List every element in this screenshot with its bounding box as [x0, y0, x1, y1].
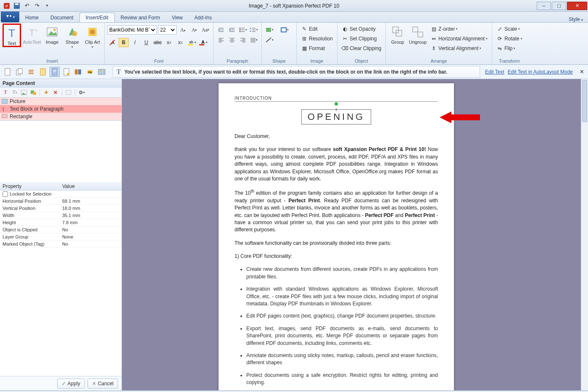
ptb-image-icon[interactable] — [20, 89, 28, 96]
clear-clipping-button[interactable]: ⌫Clear Clipping — [340, 44, 383, 53]
ptb-select-icon[interactable] — [65, 89, 72, 96]
tb2-layout-icon[interactable] — [50, 67, 60, 77]
underline-button[interactable]: U — [141, 38, 151, 47]
superscript-button[interactable]: x2 — [175, 38, 185, 47]
ptb-new-icon[interactable]: ✚ — [42, 89, 50, 96]
tb2-copy-icon[interactable] — [14, 67, 24, 77]
apply-button[interactable]: ✓Apply — [57, 379, 85, 389]
minimize-button[interactable]: ─ — [537, 2, 551, 10]
set-opacity-button[interactable]: ◐Set Opacity — [340, 24, 383, 34]
tb2-page-icon[interactable] — [3, 67, 13, 77]
close-button[interactable]: ✕ — [567, 2, 587, 10]
rotate-button[interactable]: ⟳Rotate ▾ — [495, 34, 524, 43]
shape-fill-button[interactable]: ▾ — [264, 25, 274, 34]
save-icon[interactable] — [13, 2, 21, 10]
bold-button[interactable]: B — [119, 38, 129, 47]
hint-close-button[interactable]: ✕ — [578, 69, 585, 75]
flip-button[interactable]: ⇋Flip ▾ — [495, 44, 524, 53]
clear-formatting-button[interactable]: A — [107, 38, 117, 47]
ptb-text-icon[interactable]: T — [2, 89, 9, 96]
property-row[interactable]: Width35.1 mm — [0, 212, 121, 219]
property-row[interactable]: Height7.8 mm — [0, 219, 121, 226]
cancel-button[interactable]: ✕Cancel — [87, 379, 118, 389]
qat-dropdown-icon[interactable]: ▼ — [43, 2, 51, 10]
edit-text-autolayout-link[interactable]: Edit Text in AutoLayout Mode — [508, 69, 573, 75]
image-format-button[interactable]: ▦Format — [299, 44, 335, 53]
shrink-font-button[interactable]: A▾ — [189, 25, 199, 34]
tb2-tag-icon[interactable]: Aa — [85, 67, 95, 77]
indent-button[interactable] — [227, 25, 237, 34]
ptb-autotext-icon[interactable]: Ta — [11, 89, 18, 96]
align-center-button[interactable] — [227, 35, 237, 45]
align-left-button[interactable] — [216, 35, 226, 45]
insert-autotext-button[interactable]: Ta AutoText — [23, 24, 41, 45]
image-edit-button[interactable]: ✎Edit — [299, 24, 335, 34]
tab-review-form[interactable]: Review and Form — [115, 13, 166, 22]
style-dropdown[interactable]: Style ▾ — [569, 16, 588, 22]
group-button[interactable]: Group — [388, 24, 407, 45]
sel-handle[interactable] — [335, 108, 338, 111]
edit-text-link[interactable]: Edit Text — [485, 69, 504, 75]
vertical-scrollbar[interactable] — [581, 79, 588, 390]
ptb-delete-icon[interactable]: ✕ — [52, 89, 59, 96]
zorder-button[interactable]: ▤Z-order ▾ — [429, 24, 489, 34]
maximize-button[interactable]: ▢ — [552, 2, 566, 10]
strikethrough-button[interactable]: abc — [153, 38, 163, 47]
align-justify-button[interactable]: ▾ — [249, 35, 259, 45]
tab-document[interactable]: Document — [45, 13, 79, 22]
valign-button[interactable]: ⇕Vertical Alignment ▾ — [429, 44, 489, 53]
property-row[interactable]: Marked Object (Tag)No — [0, 241, 121, 248]
tb2-note-icon[interactable] — [38, 67, 48, 77]
ptb-settings-icon[interactable]: ⚙▾ — [78, 89, 85, 96]
document-view[interactable]: INTRODUCTION OPENING Dear Customer, than… — [122, 79, 588, 390]
set-clipping-button[interactable]: ✂Set Clipping — [340, 34, 383, 43]
tab-insert-edit[interactable]: Insert/Edit — [79, 13, 115, 22]
change-case-button[interactable]: Aa▾ — [200, 25, 211, 34]
bullet-list-button[interactable]: ▾ — [238, 25, 248, 34]
font-size-select[interactable]: 22 — [158, 25, 177, 34]
property-row[interactable]: Object is ClippedNo — [0, 226, 121, 233]
line-spacing-button[interactable]: ▾ — [249, 25, 259, 34]
shape-outline-button[interactable]: ▾ — [279, 25, 290, 34]
ungroup-button[interactable]: Ungroup — [409, 24, 427, 45]
scrollbar-thumb[interactable] — [582, 80, 587, 122]
font-color-button[interactable]: A▾ — [198, 38, 208, 47]
opening-textblock[interactable]: OPENING — [301, 109, 371, 124]
outdent-button[interactable] — [216, 25, 226, 34]
tab-view[interactable]: View — [166, 13, 189, 22]
align-right-button[interactable] — [238, 35, 248, 45]
tb2-doc-icon[interactable] — [61, 67, 71, 77]
document-page[interactable]: INTRODUCTION OPENING Dear Customer, than… — [219, 83, 454, 390]
locked-checkbox[interactable] — [3, 191, 8, 197]
scale-button[interactable]: ⤢Scale ▾ — [495, 24, 524, 34]
shape-style-button[interactable]: ▾ — [264, 35, 274, 45]
redo-icon[interactable]: ↷ — [33, 2, 41, 10]
property-row[interactable]: Locked for Selection — [0, 191, 121, 198]
property-row[interactable]: Vertical Position18.0 mm — [0, 205, 121, 212]
halign-button[interactable]: ⇔Horizontal Alignment ▾ — [429, 34, 489, 43]
subscript-button[interactable]: x2 — [164, 38, 174, 47]
tab-home[interactable]: Home — [19, 13, 45, 22]
ptb-shape-icon[interactable] — [29, 89, 37, 96]
content-item-rectangle[interactable]: Rectangle — [0, 113, 121, 120]
font-family-select[interactable]: BankGothic Md BT — [107, 25, 157, 34]
content-item-textblock[interactable]: TText Block or Paragraph — [0, 105, 121, 113]
highlight-color-button[interactable]: ab▾ — [187, 38, 197, 47]
undo-icon[interactable]: ↶ — [23, 2, 31, 10]
italic-button[interactable]: I — [130, 38, 140, 47]
tb2-list-icon[interactable] — [26, 67, 36, 77]
property-row[interactable]: Layer GroupNone — [0, 233, 121, 241]
property-row[interactable]: Horizontal Position68.1 mm — [0, 198, 121, 205]
tb2-book-icon[interactable] — [73, 67, 83, 77]
grow-font-button[interactable]: A▴ — [178, 25, 188, 34]
insert-clipart-button[interactable]: Clip Art▾ — [83, 24, 102, 49]
opening-selection[interactable]: OPENING — [235, 109, 438, 124]
insert-image-button[interactable]: Image — [43, 24, 61, 45]
content-item-picture[interactable]: Picture — [0, 98, 121, 105]
image-resolution-button[interactable]: ⊞Resolution — [299, 34, 335, 43]
rotate-handle[interactable] — [335, 102, 338, 106]
tab-addins[interactable]: Add-Ins — [189, 13, 218, 22]
insert-text-button[interactable]: T Text — [3, 24, 21, 47]
tb2-image-icon[interactable] — [97, 67, 107, 77]
insert-shape-button[interactable]: Shape▾ — [63, 24, 82, 49]
